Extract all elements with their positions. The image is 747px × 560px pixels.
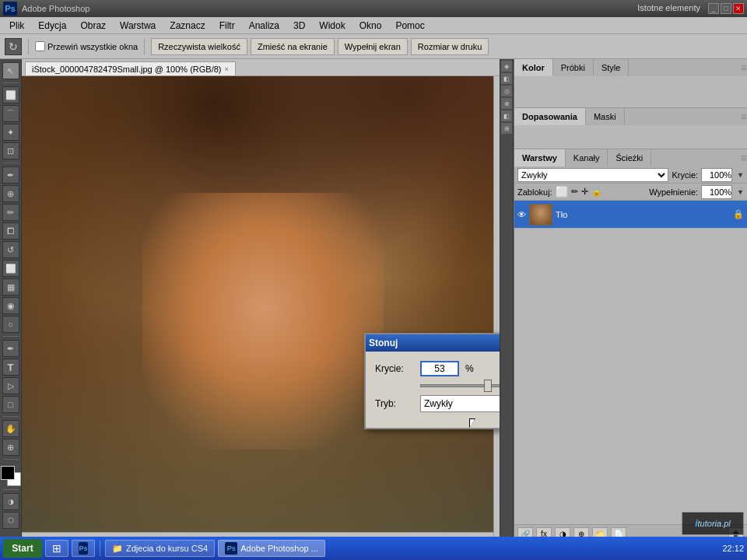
layer-row-tlo[interactable]: 👁 Tło 🔒 xyxy=(514,201,747,229)
path-select-tool[interactable]: ▷ xyxy=(2,377,19,394)
screen-mode-btn[interactable]: ⬡ xyxy=(2,512,19,529)
gradient-tool[interactable]: ▦ xyxy=(2,278,19,296)
krycie-layers-input[interactable] xyxy=(701,168,732,182)
tab-warstwy[interactable]: Warstwy xyxy=(514,149,566,166)
side-icon-4[interactable]: ⊕ xyxy=(501,98,512,109)
zoom-tool[interactable]: ⊕ xyxy=(2,439,19,456)
wypelnienie-input[interactable] xyxy=(701,185,732,199)
lock-all-btn[interactable]: 🔒 xyxy=(591,187,602,197)
menu-edycja[interactable]: Edycja xyxy=(32,19,72,33)
crop-tool[interactable]: ⊡ xyxy=(2,142,19,159)
dialog-overlay: Stonuj ✕ Krycie: % xyxy=(22,76,500,543)
tab-kanaly[interactable]: Kanały xyxy=(566,149,608,166)
tab-probki[interactable]: Próbki xyxy=(553,59,594,76)
quick-select-tool[interactable]: ✦ xyxy=(2,124,19,141)
shape-tool[interactable]: □ xyxy=(2,396,19,413)
menu-pomoc[interactable]: Pomoc xyxy=(389,19,430,33)
side-icon-6[interactable]: ⊞ xyxy=(501,123,512,134)
dialog-title: Stonuj xyxy=(369,338,398,348)
tab-style[interactable]: Style xyxy=(594,59,629,76)
document-tab[interactable]: iStock_000004782479Small.jpg @ 100% (RGB… xyxy=(25,61,236,75)
menu-analiza[interactable]: Analiza xyxy=(243,19,286,33)
menu-plik[interactable]: Plik xyxy=(3,19,30,33)
fit-screen-button[interactable]: Zmieść na ekranie xyxy=(251,38,335,55)
krycie-label: Krycie: xyxy=(375,363,414,374)
taskbar-ps-label: Adobe Photoshop ... xyxy=(240,544,318,553)
print-size-button[interactable]: Rozmiar w druku xyxy=(411,38,489,55)
side-icon-5[interactable]: ◧ xyxy=(501,110,512,121)
layer-thumb-image xyxy=(530,205,552,225)
tab-kolor[interactable]: Kolor xyxy=(514,59,553,76)
tryb-row: Tryb: Zwykły Rozjaśnianie Ciemnienie xyxy=(375,395,500,412)
canvas-wrapper[interactable]: Stonuj ✕ Krycie: % xyxy=(22,76,500,543)
menu-filtr[interactable]: Filtr xyxy=(213,19,241,33)
expand-icon2[interactable]: ▼ xyxy=(737,188,744,196)
tryb-label: Tryb: xyxy=(375,398,414,409)
clone-stamp-tool[interactable]: ⧠ xyxy=(2,222,19,240)
actual-size-button[interactable]: Rzeczywista wielkość xyxy=(151,38,247,55)
eyedropper-tool[interactable]: ✒ xyxy=(2,166,19,184)
menu-3d[interactable]: 3D xyxy=(287,19,311,33)
krycie-input[interactable] xyxy=(420,361,459,376)
color-panel-section: Kolor Próbki Style ≡ xyxy=(514,59,747,108)
krycie-slider-track[interactable] xyxy=(420,384,500,387)
close-button[interactable]: ✕ xyxy=(733,3,744,14)
menu-obraz[interactable]: Obraz xyxy=(74,19,112,33)
expand-icon[interactable]: ▼ xyxy=(737,171,744,179)
hand-tool[interactable]: ✋ xyxy=(2,420,19,437)
lock-transparent-btn[interactable]: ⬜ xyxy=(556,186,568,198)
layer-lock-icon: 🔒 xyxy=(733,209,744,219)
side-icon-1[interactable]: ◈ xyxy=(501,61,512,72)
menu-okno[interactable]: Okno xyxy=(353,19,388,33)
separator2 xyxy=(144,39,145,54)
panel-grip-icon2: ≡ xyxy=(741,110,747,123)
lasso-tool[interactable]: ⌒ xyxy=(2,105,19,122)
side-icon-3[interactable]: ◎ xyxy=(501,86,512,96)
dialog-titlebar: Stonuj ✕ xyxy=(366,334,500,352)
tryb-select[interactable]: Zwykły Rozjaśnianie Ciemnienie xyxy=(420,395,500,412)
wypelnienie-label: Wypełnienie: xyxy=(649,187,698,197)
workspace-label: Istotne elementy xyxy=(637,3,700,14)
foreground-color[interactable] xyxy=(1,466,15,480)
tab-close-btn[interactable]: × xyxy=(225,65,229,73)
brush-tool[interactable]: ✏ xyxy=(2,204,19,221)
scroll-all-checkbox[interactable] xyxy=(35,41,45,51)
menu-zaznacz[interactable]: Zaznacz xyxy=(163,19,211,33)
lock-position-btn[interactable]: ✛ xyxy=(581,187,588,197)
krycie-slider-thumb[interactable] xyxy=(484,380,492,392)
color-blocks[interactable] xyxy=(1,466,21,486)
krycie-unit: % xyxy=(465,363,474,374)
layers-section: Warstwy Kanały Ścieżki ≡ Zwykły Krycie: … xyxy=(514,149,747,543)
side-icon-2[interactable]: ◧ xyxy=(501,73,512,84)
marquee-tool[interactable]: ⬜ xyxy=(2,86,19,103)
stonuj-dialog: Stonuj ✕ Krycie: % xyxy=(364,333,500,429)
fill-screen-button[interactable]: Wypełnij ekran xyxy=(338,38,408,55)
blend-mode-select[interactable]: Zwykły xyxy=(517,168,668,182)
maximize-button[interactable]: □ xyxy=(721,3,731,14)
dodge-tool[interactable]: ○ xyxy=(2,316,19,333)
eraser-tool[interactable]: ⬜ xyxy=(2,260,19,277)
taskbar-folder-label: Zdjecia do kursu CS4 xyxy=(126,544,208,553)
pen-tool[interactable]: ✒ xyxy=(2,340,19,357)
menu-widok[interactable]: Widok xyxy=(313,19,351,33)
scroll-all-checkbox-container[interactable]: Przewiń wszystkie okna xyxy=(35,41,138,51)
move-tool[interactable]: ↖ xyxy=(2,62,19,79)
minimize-button[interactable]: _ xyxy=(708,3,719,14)
tab-dopasowania[interactable]: Dopasowania xyxy=(514,108,586,125)
layer-visibility-icon[interactable]: 👁 xyxy=(517,210,526,219)
color-panel-content xyxy=(514,76,747,107)
ps-taskbar-icon: Ps xyxy=(79,542,88,555)
tab-sciezki[interactable]: Ścieżki xyxy=(608,149,651,166)
tab-maski[interactable]: Maski xyxy=(586,108,625,125)
separator xyxy=(28,39,29,54)
lock-pixels-btn[interactable]: ✏ xyxy=(571,187,578,197)
mask-mode-btn[interactable]: ◑ xyxy=(2,493,19,510)
blur-tool[interactable]: ◉ xyxy=(2,297,19,314)
ps-taskbar-icon2: Ps xyxy=(225,542,237,555)
menu-warstwa[interactable]: Warstwa xyxy=(114,19,162,33)
healing-brush-tool[interactable]: ⊕ xyxy=(2,185,19,202)
tab-bar: iStock_000004782479Small.jpg @ 100% (RGB… xyxy=(22,59,500,76)
windows-icon: ⊞ xyxy=(52,542,61,555)
type-tool[interactable]: T xyxy=(2,359,19,376)
history-brush-tool[interactable]: ↺ xyxy=(2,241,19,258)
